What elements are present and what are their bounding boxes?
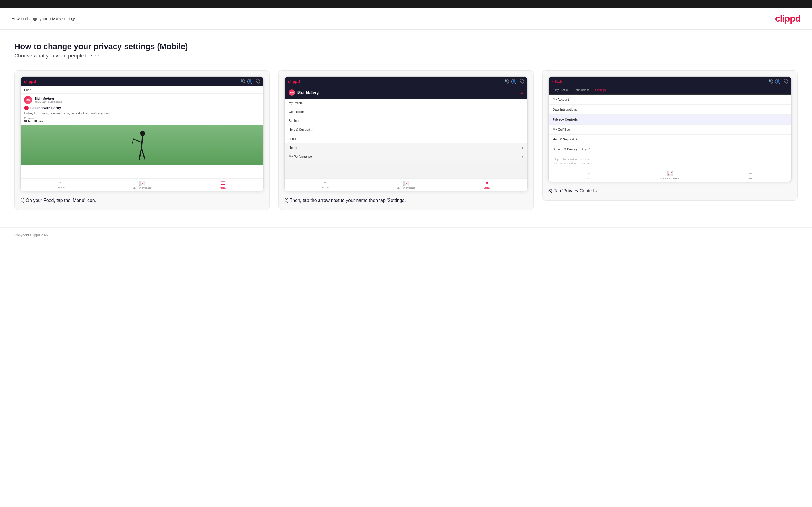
menu-overlay: BM Blair McHarg ▲ My Profile Connections… (285, 87, 527, 178)
app-icons-3: 🔍 👤 ⊙ (768, 79, 788, 84)
nav-menu-label-1: Menu (220, 186, 226, 189)
performance-icon-1: 📈 (139, 180, 145, 186)
settings-header: < Back 🔍 👤 ⊙ (549, 77, 791, 87)
nav-close-2[interactable]: ✕ Menu (447, 180, 527, 189)
menu-item-connections[interactable]: Connections (285, 107, 527, 116)
close-icon: ✕ (485, 180, 489, 186)
menu-item-help-support[interactable]: Help & Support ↗ (285, 125, 527, 134)
nav-home-2[interactable]: ⌂ Home (285, 180, 365, 189)
step-caption-1: 1) On your Feed, tap the 'Menu' icon. (20, 197, 264, 204)
chevron-down-perf-icon: ▾ (522, 155, 523, 158)
app-icons-2: 🔍 👤 ⊙ (504, 79, 524, 84)
nav-home-label-3: Home (586, 177, 593, 179)
nav-menu-label-3: Menu (748, 177, 754, 180)
menu-item-my-profile[interactable]: My Profile (285, 99, 527, 107)
menu-item-settings[interactable]: Settings (285, 116, 527, 125)
chevron-right-privacy-icon: › (786, 117, 787, 121)
footer: Copyright Clippd 2022 (0, 227, 812, 243)
chevron-up-icon[interactable]: ▲ (520, 91, 523, 94)
user-icon-3[interactable]: 👤 (775, 79, 780, 84)
duration-value: 01 hr : 30 min (24, 120, 260, 123)
main-content: How to change your privacy settings (Mob… (0, 31, 812, 221)
post-user-meta: Yesterday · Sunningdale (35, 100, 62, 103)
nav-performance-1[interactable]: 📈 My Performance (101, 180, 182, 189)
my-account-label: My Account (553, 98, 569, 101)
svg-line-1 (142, 136, 143, 148)
settings-item-help-support[interactable]: Help & Support ↗ (549, 135, 791, 145)
phone-mockup-1: clippd 🔍 👤 ⊙ Feed BM Blair McHarg (20, 76, 264, 191)
page-title: How to change your privacy settings (Mob… (14, 42, 798, 51)
nav-menu-3[interactable]: ☰ Menu (711, 171, 791, 180)
user-icon[interactable]: 👤 (247, 79, 252, 84)
step-caption-3: 3) Tap 'Privacy Controls'. (548, 187, 792, 194)
step-card-2: clippd 🔍 👤 ⊙ BM Blair McHarg (278, 70, 534, 210)
svg-point-0 (140, 131, 145, 136)
svg-line-5 (142, 148, 145, 159)
menu-icon-3: ☰ (749, 171, 753, 176)
svg-line-3 (132, 139, 134, 144)
nav-menu-label-2: Menu (484, 186, 490, 189)
phone-nav-2: ⌂ Home 📈 My Performance ✕ Menu (285, 178, 527, 191)
settings-item-my-account[interactable]: My Account › (549, 95, 791, 105)
nav-home-label-1: Home (58, 186, 65, 189)
settings-item-data-integrations[interactable]: Data Integrations › (549, 105, 791, 115)
step-card-3: < Back 🔍 👤 ⊙ My Profile Connections Sett… (542, 70, 798, 201)
settings-icon[interactable]: ⊙ (255, 79, 260, 84)
nav-performance-3[interactable]: 📈 My Performance (629, 171, 710, 180)
nav-performance-2[interactable]: 📈 My Performance (365, 180, 446, 189)
search-icon[interactable]: 🔍 (240, 79, 245, 84)
duration-label: Duration (24, 117, 260, 120)
menu-user-header: BM Blair McHarg ▲ (285, 87, 527, 99)
menu-section-performance[interactable]: My Performance ▾ (285, 152, 527, 161)
logo: clippd (775, 13, 801, 24)
my-golf-bag-label: My Golf Bag (553, 128, 570, 131)
nav-performance-label-2: My Performance (397, 186, 415, 189)
lesson-title: Lesson with Fordy (24, 106, 260, 110)
app-logo-1: clippd (24, 79, 36, 84)
feed-post: BM Blair McHarg Yesterday · Sunningdale … (21, 94, 263, 125)
svg-line-2 (134, 139, 142, 143)
svg-line-4 (139, 148, 142, 160)
tab-my-profile[interactable]: My Profile (552, 87, 570, 94)
settings-item-my-golf-bag[interactable]: My Golf Bag › (549, 125, 791, 135)
menu-item-logout[interactable]: Logout (285, 134, 527, 143)
nav-home-3[interactable]: ⌂ Home (549, 171, 629, 180)
help-support-label: Help & Support ↗ (553, 137, 578, 141)
privacy-policy-label: Service & Privacy Policy ↗ (553, 147, 590, 151)
menu-icon-1: ☰ (221, 180, 225, 186)
copyright: Copyright Clippd 2022 (14, 233, 49, 237)
app-logo-2: clippd (288, 79, 300, 84)
settings-tabs: My Profile Connections Settings (549, 87, 791, 95)
steps-container: clippd 🔍 👤 ⊙ Feed BM Blair McHarg (14, 70, 798, 210)
nav-menu-1[interactable]: ☰ Menu (183, 180, 263, 189)
search-icon-3[interactable]: 🔍 (768, 79, 773, 84)
home-icon-3: ⌂ (588, 171, 591, 176)
home-icon-2: ⌂ (324, 180, 326, 185)
feed-tab: Feed (21, 87, 263, 94)
nav-home-label-2: Home (322, 186, 328, 189)
nav-performance-label-1: My Performance (133, 186, 152, 189)
nav-performance-label-3: My Performance (660, 177, 679, 180)
menu-section-home[interactable]: Home ▾ (285, 143, 527, 152)
home-icon-1: ⌂ (60, 180, 63, 185)
settings-item-privacy-policy[interactable]: Service & Privacy Policy ↗ (549, 145, 791, 154)
privacy-controls-label: Privacy Controls (553, 118, 578, 121)
performance-icon-3: 📈 (667, 171, 673, 176)
phone-mockup-2: clippd 🔍 👤 ⊙ BM Blair McHarg (285, 76, 527, 191)
phone-nav-1: ⌂ Home 📈 My Performance ☰ Menu (21, 178, 263, 191)
nav-home-1[interactable]: ⌂ Home (21, 180, 101, 189)
user-icon-2[interactable]: 👤 (511, 79, 516, 84)
step-card-1: clippd 🔍 👤 ⊙ Feed BM Blair McHarg (14, 70, 270, 210)
search-icon-2[interactable]: 🔍 (504, 79, 509, 84)
app-header-1: clippd 🔍 👤 ⊙ (21, 77, 263, 87)
version-info: Clippd Client Version: 2022.8.3-3 GQL Se… (549, 154, 791, 169)
tab-connections[interactable]: Connections (570, 87, 592, 94)
settings-item-privacy-controls[interactable]: Privacy Controls › (549, 115, 791, 125)
settings-icon-3[interactable]: ⊙ (783, 79, 788, 84)
tab-settings[interactable]: Settings (592, 87, 608, 94)
avatar-2: BM (289, 89, 295, 96)
settings-icon-2[interactable]: ⊙ (519, 79, 524, 84)
back-button[interactable]: < Back (552, 80, 562, 83)
golf-image (21, 125, 263, 165)
app-header-2: clippd 🔍 👤 ⊙ (285, 77, 527, 87)
